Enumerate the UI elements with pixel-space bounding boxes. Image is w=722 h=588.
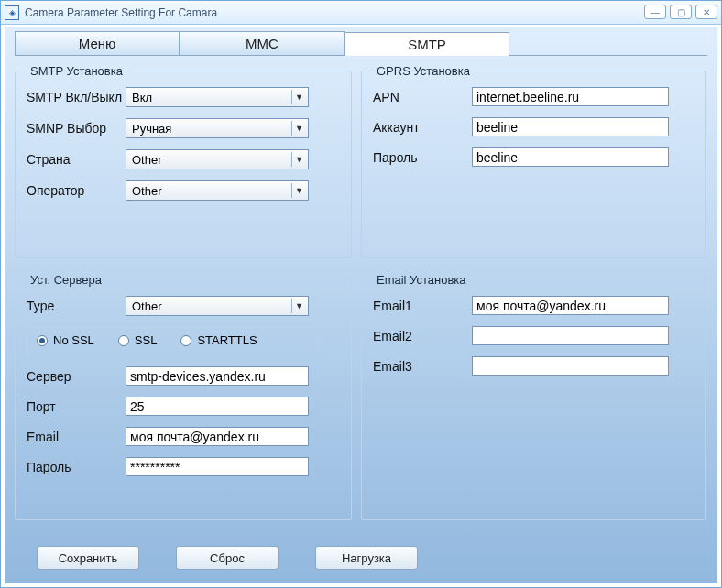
radio-dot-icon [118, 335, 129, 346]
radio-dot-icon [180, 335, 191, 346]
select-smtp-onoff-value: Вкл [132, 91, 152, 104]
chevron-down-icon: ▼ [291, 299, 306, 313]
save-button[interactable]: Сохранить [37, 546, 139, 570]
input-gprs-password[interactable] [472, 147, 669, 167]
window-controls: — ▢ ✕ [644, 5, 717, 19]
input-server[interactable] [126, 366, 309, 386]
select-server-type[interactable]: Other ▼ [126, 296, 309, 316]
tab-content: SMTP Установка SMTP Вкл/Выкл Вкл ▼ SMNP … [15, 59, 707, 537]
select-smnp-mode[interactable]: Ручная ▼ [126, 118, 309, 138]
radio-dot-icon [37, 335, 48, 346]
radio-starttls-label: STARTTLS [197, 333, 257, 347]
label-server-password: Пароль [27, 460, 126, 474]
client-area: Меню MMC SMTP SMTP Установка SMTP Вкл/Вы… [5, 27, 717, 583]
select-operator[interactable]: Other ▼ [126, 180, 309, 201]
group-server-setup: Уст. Сервера Type Other ▼ No SSL S [15, 273, 352, 520]
tab-mmc[interactable]: MMC [180, 31, 345, 55]
radio-ssl-label: SSL [135, 333, 158, 347]
group-server-setup-legend: Уст. Сервера [27, 273, 105, 287]
label-server-type: Type [27, 299, 126, 313]
input-email2[interactable] [472, 326, 669, 345]
load-button[interactable]: Нагрузка [315, 546, 418, 570]
action-buttons: Сохранить Сброс Нагрузка [37, 546, 418, 570]
input-server-password[interactable] [126, 457, 309, 476]
label-port: Порт [27, 399, 126, 414]
label-smtp-onoff: SMTP Вкл/Выкл [27, 90, 126, 104]
input-gprs-account[interactable] [472, 117, 669, 136]
label-gprs-password: Пароль [373, 150, 472, 165]
label-server: Сервер [27, 369, 126, 384]
radio-no-ssl[interactable]: No SSL [37, 333, 94, 347]
label-email2: Email2 [373, 329, 472, 343]
label-operator: Оператор [27, 183, 126, 198]
app-icon: ◈ [5, 5, 19, 20]
label-smnp-select: SMNP Выбор [27, 121, 126, 136]
label-gprs-account: Аккаунт [373, 120, 472, 135]
app-window: ◈ Camera Parameter Setting For Camara — … [0, 0, 722, 588]
label-country: Страна [27, 152, 126, 167]
close-button[interactable]: ✕ [695, 5, 717, 19]
group-email-setup: Email Установка Email1 Email2 Email3 [361, 273, 706, 520]
group-email-setup-legend: Email Установка [373, 273, 470, 287]
input-port[interactable] [126, 397, 309, 416]
input-server-email[interactable] [126, 427, 309, 446]
group-smtp-setup: SMTP Установка SMTP Вкл/Выкл Вкл ▼ SMNP … [15, 64, 352, 258]
maximize-button[interactable]: ▢ [670, 5, 692, 19]
label-server-email: Email [27, 430, 126, 444]
chevron-down-icon: ▼ [291, 90, 306, 104]
label-email3: Email3 [373, 359, 472, 374]
reset-button[interactable]: Сброс [176, 546, 279, 570]
select-smtp-onoff[interactable]: Вкл ▼ [126, 87, 309, 107]
window-title: Camera Parameter Setting For Camara [25, 6, 217, 19]
title-bar: ◈ Camera Parameter Setting For Camara — … [1, 1, 721, 25]
input-email3[interactable] [472, 356, 669, 376]
radio-no-ssl-label: No SSL [53, 333, 94, 347]
chevron-down-icon: ▼ [291, 121, 306, 136]
chevron-down-icon: ▼ [291, 152, 306, 167]
tab-strip: Меню MMC SMTP [15, 31, 707, 55]
group-gprs-setup: GPRS Установка APN Аккаунт Пароль [361, 64, 706, 258]
input-apn[interactable] [472, 87, 669, 106]
minimize-button[interactable]: — [644, 5, 666, 19]
select-smnp-mode-value: Ручная [132, 122, 171, 136]
input-email1[interactable] [472, 296, 669, 315]
select-country[interactable]: Other ▼ [126, 149, 309, 169]
group-gprs-setup-legend: GPRS Установка [373, 64, 474, 78]
chevron-down-icon: ▼ [291, 183, 306, 198]
select-server-type-value: Other [132, 299, 162, 313]
ssl-mode-radio-group: No SSL SSL STARTTLS [27, 327, 320, 354]
radio-ssl[interactable]: SSL [118, 333, 158, 347]
select-country-value: Other [132, 153, 162, 167]
group-smtp-setup-legend: SMTP Установка [27, 64, 126, 78]
label-email1: Email1 [373, 299, 472, 313]
tab-menu[interactable]: Меню [15, 31, 180, 55]
label-apn: APN [373, 90, 472, 104]
tab-smtp[interactable]: SMTP [345, 32, 509, 56]
radio-starttls[interactable]: STARTTLS [180, 333, 257, 347]
select-operator-value: Other [132, 184, 162, 198]
